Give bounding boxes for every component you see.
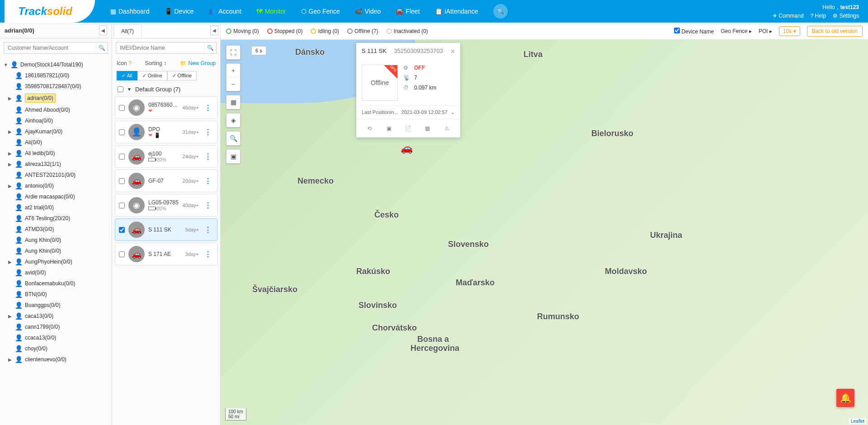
fence-icon[interactable]: ▦ [422,123,433,134]
status-offline[interactable]: Offline (7) [347,28,378,34]
popup-lastpos[interactable]: Last Positionin... 2021-03-09 12:02:57 ⌄ [356,105,460,119]
geofence-dropdown[interactable]: Geo Fence ▸ [721,28,752,34]
layers-icon[interactable]: ◈ [226,113,240,127]
tree-item[interactable]: 👤ATMD3(0/0) [0,224,112,235]
command-link[interactable]: ✈ Command [773,13,804,19]
filter-all-button[interactable]: ✓ All [117,71,137,80]
device-checkbox[interactable] [119,105,125,111]
group-checkbox[interactable] [118,86,123,92]
search-icon[interactable]: 🔍 [204,42,216,53]
tree-item[interactable]: 👤choy(0/0) [0,343,112,354]
route-icon[interactable]: ⟲ [364,123,375,134]
customer-search-input[interactable] [4,42,96,53]
warning-icon[interactable]: ⚠ [442,123,453,134]
device-menu-icon[interactable]: ⋮ [203,226,213,234]
zoom-out-icon[interactable]: − [226,77,240,91]
device-menu-icon[interactable]: ⋮ [203,128,213,137]
back-old-button[interactable]: Back to old version [807,26,863,37]
device-menu-icon[interactable]: ⋮ [203,177,213,185]
nav-iattendance[interactable]: 📋iAttendance [429,4,485,19]
group-row[interactable]: ▼ Default Group (7) [112,82,220,96]
device-name-toggle[interactable]: Device Name [674,28,714,35]
device-search-input[interactable] [116,42,204,53]
status-idling[interactable]: Idling (0) [311,28,339,34]
settings-link[interactable]: ⚙ Settings [833,13,859,19]
device-checkbox[interactable] [119,154,125,160]
refresh-select[interactable]: 10s ▾ [779,26,800,36]
map-attribution[interactable]: Leaflet [849,418,866,424]
tree-item[interactable]: ▶👤adrian(0/0) [0,92,112,104]
device-card[interactable]: 🚗ej10020%24day+⋮ [115,145,217,168]
tree-item[interactable]: 👤AT6 Testing(20/20) [0,213,112,224]
collapse-mid-icon[interactable]: ◀ [210,25,218,35]
tree-item[interactable]: ▶👤clientenuevo(0/0) [0,354,112,365]
device-card[interactable]: 🚗GF-0720day+⋮ [115,170,217,192]
tree-item[interactable]: 👤18616857821(0/0) [0,70,112,81]
device-menu-icon[interactable]: ⋮ [203,250,213,259]
device-card[interactable]: ◉085763605200❤46day+⋮ [115,96,217,119]
device-checkbox[interactable] [119,227,125,233]
tree-item[interactable]: 👤Aung Khin(0/0) [0,246,112,256]
nav-account[interactable]: 👥Account [202,4,248,19]
tree-item[interactable]: ▶👤Ali ledib(0/0) [0,148,112,159]
status-moving[interactable]: Moving (0) [226,28,259,34]
tree-item[interactable]: 👤cann1799(0/0) [0,321,112,332]
device-card[interactable]: ◉LG05-0978520%40day+⋮ [115,194,217,217]
search-icon[interactable]: 🔍 [96,42,108,53]
device-card[interactable]: 👤DPO❤📱31day+⋮ [115,121,217,143]
device-checkbox[interactable] [119,203,125,208]
device-card[interactable]: 🚗S 171 AE3day+⋮ [115,243,217,265]
tree-item[interactable]: 👤Buanggps(0/0) [0,300,112,311]
poi-dropdown[interactable]: POI ▸ [759,28,772,34]
tree-item[interactable]: ▶👤caca13(0/0) [0,311,112,321]
tree-item[interactable]: 👤Ardie macaspac(0/0) [0,191,112,202]
nav-dashboard[interactable]: ▦Dashboard [104,4,156,19]
tree-item[interactable]: 👤ANTEST202101(0/0) [0,170,112,180]
sorting-label[interactable]: Sorting ↕ [145,60,166,66]
tree-item[interactable]: 👤Ainhoa(0/0) [0,115,112,126]
device-checkbox[interactable] [119,178,125,184]
nav-video[interactable]: 📹Video [349,4,387,19]
tree-item[interactable]: ▶👤AjayKumar(0/0) [0,126,112,137]
device-checkbox[interactable] [119,129,125,135]
close-icon[interactable]: × [451,47,455,56]
tree-item[interactable]: 👤Ali(0/0) [0,137,112,148]
new-group-link[interactable]: 📁 New Group [180,60,216,66]
search-icon[interactable]: 🔍 [493,4,508,19]
terminal-icon[interactable]: ▣ [383,123,394,134]
tree-item[interactable]: ▶👤alireza132(1/1) [0,159,112,170]
device-card[interactable]: 🚗S 111 SK5day+⋮ [115,218,217,241]
report-icon[interactable]: 📄 [403,123,414,134]
tree-item[interactable]: 👤avid(0/0) [0,267,112,278]
nav-monitor[interactable]: 🗺Monitor [250,4,292,19]
device-checkbox[interactable] [119,251,125,257]
status-inactive[interactable]: Inactivated (0) [387,28,428,34]
tree-item[interactable]: 👤Aung Khin(0/0) [0,235,112,246]
tab-all[interactable]: All(7) [113,24,142,38]
vehicle-marker[interactable]: 🚗 [401,142,413,154]
filter-online-button[interactable]: ✓ Online [137,71,167,80]
status-stopped[interactable]: Stopped (0) [267,28,303,34]
nav-fleet[interactable]: 🚘Fleet [389,4,426,19]
tree-item[interactable]: 👤at2 trial(0/0) [0,202,112,213]
tree-item[interactable]: 👤ccaca13(0/0) [0,332,112,343]
tree-item[interactable]: ▶👤antonio(0/0) [0,180,112,191]
tree-item[interactable]: 👤Ahmed Abood(0/0) [0,104,112,115]
tool2-icon[interactable]: ▣ [226,150,240,163]
zoom-in-icon[interactable]: + [226,64,240,77]
device-menu-icon[interactable]: ⋮ [203,152,213,161]
tree-item[interactable]: 👤Bonfacemabuku(0/0) [0,278,112,289]
tree-item[interactable]: 👤359857081728487(0/0) [0,81,112,92]
tree-item[interactable]: ▼👤Demo(Stock144/Total190) [0,59,112,70]
tree-item[interactable]: ▶👤AungPhyoHein(0/0) [0,256,112,267]
help-link[interactable]: ? Help [811,13,826,19]
filter-offline-button[interactable]: ✓ Offline [167,71,197,80]
nav-device[interactable]: 📱Device [158,4,200,19]
tree-item[interactable]: 👤BTN(0/0) [0,289,112,300]
device-menu-icon[interactable]: ⋮ [203,104,213,112]
fullscreen-icon[interactable]: ⛶ [226,46,240,59]
alert-button[interactable]: 🔔 [836,389,854,407]
search-map-icon[interactable]: 🔍 [226,132,240,145]
nav-geofence[interactable]: ⬡Geo Fence [295,4,346,19]
map[interactable]: DánskoLitvaNemeckoČeskoSlovenskoRakúskoM… [221,23,868,425]
